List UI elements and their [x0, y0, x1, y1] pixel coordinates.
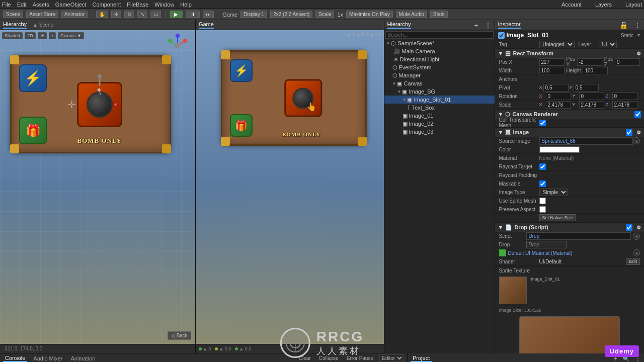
ds-settings-icon[interactable]: ⚙: [636, 225, 641, 230]
game-tab[interactable]: Game: [199, 21, 214, 29]
rect-tool[interactable]: ▭: [150, 11, 161, 18]
img-maskable-checkbox[interactable]: [539, 180, 546, 187]
audio-mixer-tab[interactable]: Audio Mixer: [31, 355, 64, 361]
rt-pivotx-input[interactable]: [543, 84, 569, 92]
menu-edit[interactable]: Edit: [17, 2, 27, 8]
scale-dropdown[interactable]: Scale: [315, 11, 334, 18]
img-raycast-checkbox[interactable]: [539, 163, 546, 170]
hier-manager[interactable]: ⬡ Manager: [384, 71, 495, 79]
menu-assets[interactable]: Assets: [33, 2, 49, 8]
2d-btn[interactable]: 2D: [25, 32, 36, 39]
hierarchy-search-input[interactable]: [385, 31, 494, 39]
toolbar-assetstore-btn[interactable]: Asset Store: [26, 11, 58, 18]
display-dropdown[interactable]: Display 1: [240, 11, 267, 18]
error-pause-btn[interactable]: Error Pause: [345, 355, 375, 361]
menu-gameobject[interactable]: GameObject: [55, 2, 87, 8]
inspector-menu-btn[interactable]: ⋮: [634, 21, 641, 29]
back-button[interactable]: ◁ Back: [168, 331, 191, 340]
rt-posx-input[interactable]: [539, 58, 565, 66]
collapse-btn[interactable]: Collapse: [317, 355, 341, 361]
ds-edit-btn[interactable]: Edit: [626, 258, 640, 265]
rt-reset-icon[interactable]: ⚙: [636, 51, 641, 56]
sy-input[interactable]: [579, 101, 604, 109]
menu-window[interactable]: Window: [154, 2, 174, 8]
step-button[interactable]: ⏭: [203, 11, 214, 18]
rt-posy-input[interactable]: [577, 58, 602, 66]
inspector-tab[interactable]: Inspector: [498, 21, 521, 29]
project-tab[interactable]: Project: [411, 355, 432, 362]
rotate-tool[interactable]: ↻: [124, 11, 134, 18]
img-native-size-btn[interactable]: Set Native Size: [539, 214, 577, 221]
tag-dropdown[interactable]: Untagged: [539, 41, 575, 48]
editor-dropdown[interactable]: Editor: [379, 354, 404, 362]
animation-tab[interactable]: Animation: [68, 355, 97, 361]
toolbar-scene-btn[interactable]: Scene: [3, 11, 23, 18]
maximize-on-play[interactable]: Maximize On Play: [346, 11, 393, 18]
hier-image02[interactable]: ▣ Image_02: [384, 120, 495, 128]
img-active-checkbox[interactable]: [626, 129, 632, 136]
cr-cull-checkbox[interactable]: [539, 120, 546, 126]
drop-script-header[interactable]: ▼ 📄 Drop (Script) ⚙: [495, 223, 644, 232]
hierarchy-menu-btn[interactable]: ⋮: [485, 21, 492, 29]
layers-button[interactable]: Layers: [595, 2, 612, 8]
layout-button[interactable]: Layout: [625, 2, 642, 8]
rt-posz-input[interactable]: [615, 58, 640, 66]
sz-input[interactable]: [612, 101, 637, 109]
img-spritemesh-checkbox[interactable]: [539, 198, 546, 204]
account-button[interactable]: Account: [561, 2, 582, 8]
hier-dir-light[interactable]: ☀ Directional Light: [384, 55, 495, 63]
console-tab[interactable]: Console: [3, 355, 27, 362]
toolbar-animator-btn[interactable]: Animator: [61, 11, 88, 18]
hier-image01[interactable]: ▣ Image_01: [384, 112, 495, 120]
hand-tool[interactable]: ✋: [96, 11, 108, 18]
play-button[interactable]: ▶: [170, 11, 183, 18]
clear-btn[interactable]: Clear: [297, 355, 313, 361]
img-color-swatch[interactable]: [539, 146, 580, 153]
lighting-btn[interactable]: ☀: [38, 32, 47, 39]
hier-eventsystem[interactable]: ⬡ EventSystem: [384, 63, 495, 71]
sx-input[interactable]: [546, 101, 571, 109]
inspector-lock-btn[interactable]: 🔒: [619, 21, 628, 29]
ds-active-checkbox[interactable]: [626, 224, 632, 231]
rz-input[interactable]: [612, 93, 637, 100]
gizmos-btn[interactable]: Gizmos ▼: [58, 32, 84, 39]
rt-width-input[interactable]: [539, 67, 565, 74]
hier-main-camera[interactable]: 🎥 Main Camera: [384, 47, 495, 55]
pause-button[interactable]: ⏸: [186, 11, 200, 18]
cr-active-checkbox[interactable]: [634, 111, 641, 118]
menu-help[interactable]: Help: [180, 2, 192, 8]
game-viewport[interactable]: ⚡ 🎁 👆 BOMB ONLY: [196, 30, 384, 344]
menu-filebase[interactable]: FileBase: [127, 2, 148, 8]
scene-tab-label[interactable]: ▲ Scene: [33, 22, 53, 28]
stats-button[interactable]: Stats: [430, 11, 448, 18]
scene-viewport[interactable]: Shaded 2D ☀ ♪ Gizmos ▼: [0, 30, 195, 344]
hierarchy-add-btn[interactable]: +: [474, 21, 478, 29]
hier-image-bg[interactable]: ▼ ▣ Image_BG: [384, 87, 495, 96]
static-arrow[interactable]: ▼: [636, 33, 641, 38]
img-type-dropdown[interactable]: Simple: [539, 189, 568, 196]
shading-btn[interactable]: Shaded: [2, 32, 23, 39]
audio-btn[interactable]: ♪: [49, 32, 56, 39]
ds-material-picker[interactable]: ◎: [633, 249, 640, 256]
img-source-picker[interactable]: ◎: [633, 137, 640, 144]
hier-canvas[interactable]: ▼ ▣ Canvas: [384, 79, 495, 87]
object-active-checkbox[interactable]: [498, 32, 505, 39]
rx-input[interactable]: [546, 93, 571, 100]
img-preserve-checkbox[interactable]: [539, 206, 546, 213]
ry-input[interactable]: [579, 93, 604, 100]
image-header[interactable]: ▼ 🖼 Image ⚙: [495, 128, 644, 137]
hier-samplescene[interactable]: ▼ ⬡ SampleScene*: [384, 39, 495, 47]
ds-script-picker[interactable]: ◎: [633, 233, 640, 240]
scale-tool[interactable]: ⤡: [137, 11, 147, 18]
rt-height-input[interactable]: [583, 67, 608, 74]
scene-tab[interactable]: Hierarchy: [3, 21, 27, 29]
menu-file[interactable]: File: [2, 2, 11, 8]
mute-audio[interactable]: Mute Audio: [396, 11, 427, 18]
aspect-dropdown[interactable]: 2x2 (2:2 Aspect): [270, 11, 312, 18]
layer-dropdown[interactable]: UI: [599, 41, 617, 48]
img-settings-icon[interactable]: ⚙: [636, 130, 641, 135]
hier-textbox[interactable]: T Text_Box: [384, 104, 495, 112]
rt-pivoty-input[interactable]: [574, 84, 599, 92]
move-tool[interactable]: ✛: [111, 11, 121, 18]
hierarchy-tab[interactable]: Hierarchy: [387, 21, 411, 29]
